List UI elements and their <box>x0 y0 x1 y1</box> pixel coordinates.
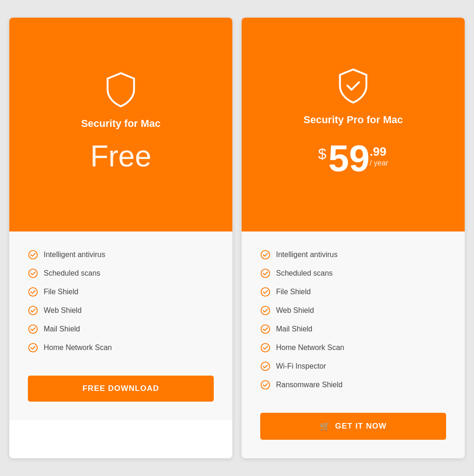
feature-item: Intelligent antivirus <box>28 245 214 264</box>
feature-item: Scheduled scans <box>28 264 214 283</box>
feature-text: Intelligent antivirus <box>276 251 338 259</box>
feature-text: Mail Shield <box>44 325 80 333</box>
feature-item: Web Shield <box>28 301 214 320</box>
svg-point-8 <box>261 288 270 296</box>
check-circle-icon <box>260 324 270 334</box>
check-circle-icon <box>260 287 270 297</box>
card-header-pro: Security Pro for Mac $ 59 .99 / year <box>242 18 465 231</box>
check-circle-icon <box>28 268 38 278</box>
svg-point-3 <box>29 306 37 315</box>
features-list: Intelligent antivirus Scheduled scans Fi… <box>28 245 214 357</box>
svg-point-11 <box>261 344 270 352</box>
price-cents: .99 <box>369 145 386 159</box>
feature-text: Web Shield <box>276 306 314 315</box>
feature-text: File Shield <box>44 288 79 296</box>
card-body-pro: Intelligent antivirus Scheduled scans Fi… <box>242 231 465 458</box>
shield-icon <box>102 71 139 108</box>
features-list: Intelligent antivirus Scheduled scans Fi… <box>260 245 446 394</box>
feature-item: Home Network Scan <box>28 338 214 357</box>
product-name: Security Pro for Mac <box>303 114 403 126</box>
svg-point-12 <box>261 362 270 370</box>
price-container: $ 59 .99 / year <box>318 140 388 177</box>
feature-text: Scheduled scans <box>44 269 100 278</box>
svg-point-6 <box>261 251 270 259</box>
feature-text: Ransomware Shield <box>276 381 342 389</box>
cart-icon: 🛒 <box>320 421 330 431</box>
card-free: Security for Mac Free Intelligent antivi… <box>9 18 232 458</box>
check-circle-icon <box>28 343 38 353</box>
feature-text: Wi-Fi Inspector <box>276 362 326 370</box>
shield-check-icon <box>335 67 372 105</box>
svg-point-7 <box>261 269 270 278</box>
feature-text: Mail Shield <box>276 325 312 333</box>
check-circle-icon <box>260 268 270 278</box>
feature-text: Intelligent antivirus <box>44 251 105 259</box>
feature-item: Web Shield <box>260 301 446 320</box>
check-circle-icon <box>28 305 38 316</box>
check-circle-icon <box>260 343 270 353</box>
pricing-cards: Security for Mac Free Intelligent antivi… <box>9 18 465 458</box>
check-circle-icon <box>260 380 270 390</box>
feature-item: Ransomware Shield <box>260 376 446 394</box>
price-dollar: $ <box>318 145 327 163</box>
check-circle-icon <box>28 287 38 297</box>
cta-label: GET IT NOW <box>335 422 387 431</box>
feature-text: Home Network Scan <box>44 344 112 352</box>
card-pro: Security Pro for Mac $ 59 .99 / year Int… <box>242 18 465 458</box>
feature-item: File Shield <box>260 283 446 301</box>
price-label: Free <box>90 139 151 173</box>
cta-button-pro[interactable]: 🛒 GET IT NOW <box>260 413 446 440</box>
price-right: .99 / year <box>369 145 388 167</box>
card-header-free: Security for Mac Free <box>9 18 232 231</box>
check-circle-icon <box>260 361 270 371</box>
svg-point-1 <box>29 269 37 278</box>
feature-item: Mail Shield <box>28 320 214 338</box>
check-circle-icon <box>28 324 38 334</box>
check-circle-icon <box>260 305 270 316</box>
feature-text: Web Shield <box>44 306 82 315</box>
feature-text: Home Network Scan <box>276 344 344 352</box>
svg-point-0 <box>29 251 37 259</box>
feature-item: Intelligent antivirus <box>260 245 446 264</box>
product-name: Security for Mac <box>81 118 160 130</box>
feature-text: Scheduled scans <box>276 269 333 278</box>
svg-point-2 <box>29 288 37 296</box>
price-main: 59 <box>328 140 369 177</box>
svg-point-13 <box>261 381 270 389</box>
feature-item: Mail Shield <box>260 320 446 338</box>
price-period: / year <box>369 159 388 167</box>
cta-button-free[interactable]: FREE DOWNLOAD <box>28 376 214 402</box>
svg-point-9 <box>261 306 270 315</box>
check-circle-icon <box>28 250 38 260</box>
check-circle-icon <box>260 250 270 260</box>
svg-point-5 <box>29 344 37 352</box>
svg-point-10 <box>261 325 270 333</box>
card-body-free: Intelligent antivirus Scheduled scans Fi… <box>9 231 232 420</box>
feature-item: File Shield <box>28 283 214 301</box>
feature-item: Home Network Scan <box>260 338 446 357</box>
feature-item: Scheduled scans <box>260 264 446 283</box>
feature-item: Wi-Fi Inspector <box>260 357 446 376</box>
cta-label: FREE DOWNLOAD <box>82 384 159 393</box>
feature-text: File Shield <box>276 288 311 296</box>
svg-point-4 <box>29 325 37 333</box>
